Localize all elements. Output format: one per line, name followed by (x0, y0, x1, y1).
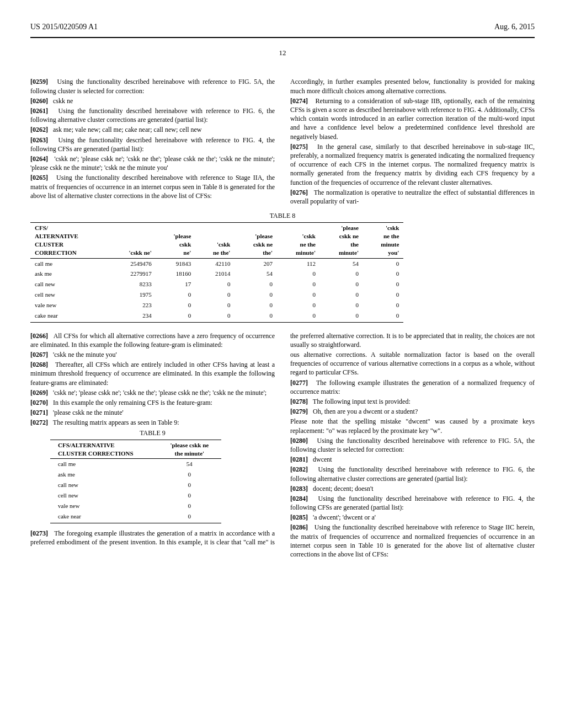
note-proximate-keys: Please note that the spelling mistake "d… (290, 417, 535, 435)
paragraph-0276: [0276] The normalization is operative to… (290, 188, 535, 206)
ref-0269: [0269] (30, 389, 48, 397)
paragraph-0260: [0260] cskk ne (30, 97, 275, 105)
text-0264: 'cskk ne'; 'please cskk ne'; 'cskk ne th… (30, 155, 275, 172)
page-number: 12 (30, 48, 535, 58)
table-row: call new0 (50, 480, 221, 490)
paragraph-0259: [0259] Using the functionality described… (30, 77, 275, 95)
text-0276: The normalization is operative to neutra… (290, 189, 535, 205)
paragraph-0269: [0269] 'cskk ne'; 'please cskk ne'; 'csk… (30, 388, 275, 397)
ref-0282: [0282] (290, 465, 308, 473)
text-0271: 'please cskk ne the minute' (53, 409, 124, 416)
t8-h5: 'cskk ne the minute' (277, 223, 320, 258)
paragraph-0275: [0275] In the general case, similarly to… (290, 142, 535, 187)
table-8-title: TABLE 8 (30, 211, 535, 220)
table-9-title: TABLE 9 (30, 429, 275, 437)
text-0285: 'a dwcent'; 'dwcent or a' (313, 513, 376, 521)
table-row: ask me2279917181602101454000 (30, 269, 403, 279)
two-column-body: [0259] Using the functionality described… (30, 77, 535, 559)
paragraph-0285: [0285] 'a dwcent'; 'dwcent or a' (290, 513, 535, 522)
table-row: vale new0 (50, 501, 221, 511)
text-0274: Returning to a consideration of sub-stag… (290, 97, 535, 141)
ref-0277: [0277] (290, 379, 308, 387)
text-0267: 'cskk ne the minute you' (53, 351, 117, 358)
t8-h0: CFS/ ALTERNATIVE CLUSTER CORRECTION (30, 223, 109, 258)
ref-0268: [0268] (30, 361, 48, 368)
paragraph-0267: [0267] 'cskk ne the minute you' (30, 350, 275, 359)
paragraph-0282: [0282] Using the functionality described… (290, 465, 535, 483)
ref-0276: [0276] (290, 189, 308, 196)
ref-0283: [0283] (290, 485, 308, 493)
text-0272: The resulting matrix appears as seen in … (53, 419, 179, 426)
table-row: call me25494769184342110207112540 (30, 258, 403, 269)
ref-0286: [0286] (290, 523, 308, 531)
paragraph-0284: [0284] Using the functionality described… (290, 494, 535, 512)
paragraph-0278: [0278] The following input text is provi… (290, 397, 535, 406)
table-8-grid: CFS/ ALTERNATIVE CLUSTER CORRECTION 'csk… (30, 222, 403, 322)
publication-number: US 2015/0220509 A1 (30, 22, 98, 33)
text-0277: The following example illustrates the ge… (290, 379, 535, 395)
table-row: ask me0 (50, 469, 221, 480)
ref-0262: [0262] (30, 126, 48, 133)
paragraph-0279: [0279] Oh, then are you a dwcent or a st… (290, 407, 535, 416)
t8-h2: 'please cskk ne' (156, 223, 196, 258)
table-9: TABLE 9 CFS/ALTERNATIVE CLUSTER CORRECTI… (30, 429, 275, 523)
t8-h1: 'cskk ne' (109, 223, 156, 258)
text-0278: The following input text is provided: (313, 398, 411, 405)
ref-0281: [0281] (290, 456, 308, 463)
t8-h6: 'please cskk ne the minute' (320, 223, 363, 258)
t9-h1: 'please cskk ne the minute' (158, 440, 221, 459)
paragraph-0262: [0262] ask me; vale new; call me; cake n… (30, 125, 275, 134)
text-0268: Thereafter, all CFSs which are entirely … (30, 361, 275, 386)
text-0263: Using the functionality described herein… (30, 136, 275, 153)
paragraph-0277: [0277] The following example illustrates… (290, 378, 535, 396)
text-0275: In the general case, similarly to that d… (290, 143, 535, 186)
table-row: vale new223000000 (30, 300, 403, 311)
paragraph-0283: [0283] docent; decent; doesn't (290, 484, 535, 493)
ref-0284: [0284] (290, 495, 308, 502)
table-row: call me54 (50, 459, 221, 469)
text-0280: Using the functionality described herein… (290, 437, 535, 453)
ref-0261: [0261] (30, 107, 48, 115)
paragraph-0261: [0261] Using the functionality described… (30, 106, 275, 124)
paragraph-0270: [0270] In this example the only remainin… (30, 398, 275, 407)
ref-0264: [0264] (30, 155, 48, 163)
paragraph-0264: [0264] 'cskk ne'; 'please cskk ne'; 'csk… (30, 154, 275, 172)
paragraph-0265: [0265] Using the functionality described… (30, 173, 275, 200)
ref-0274: [0274] (290, 97, 308, 105)
paragraph-0268: [0268] Thereafter, all CFSs which are en… (30, 360, 275, 387)
t8-h4: 'please cskk ne the' (234, 223, 277, 258)
text-0269: 'cskk ne'; 'please cskk ne'; 'cskk ne th… (53, 389, 266, 397)
text-0262: ask me; vale new; call me; cake near; ca… (53, 126, 202, 133)
text-0279: Oh, then are you a dwcent or a student? (313, 408, 418, 415)
paragraph-0271: [0271] 'please cskk ne the minute' (30, 408, 275, 417)
ref-0279: [0279] (290, 408, 308, 415)
text-0284: Using the functionality described herein… (290, 495, 535, 511)
paragraph-0263: [0263] Using the functionality described… (30, 136, 275, 153)
ref-0265: [0265] (30, 174, 48, 181)
table-9-grid: CFS/ALTERNATIVE CLUSTER CORRECTIONS 'ple… (50, 440, 221, 523)
ref-0266: [0266] (30, 332, 48, 340)
ref-0270: [0270] (30, 399, 48, 406)
text-0286: Using the functionality described herein… (290, 523, 535, 558)
ref-0278: [0278] (290, 398, 308, 405)
text-0265: Using the functionality described herein… (30, 174, 275, 199)
publication-date: Aug. 6, 2015 (494, 22, 535, 33)
table-8-body: call me25494769184342110207112540 ask me… (30, 258, 403, 322)
paragraph-0274: [0274] Returning to a consideration of s… (290, 97, 535, 141)
header-rule (30, 37, 535, 38)
paragraph-0272: [0272] The resulting matrix appears as s… (30, 418, 275, 427)
paragraph-0286: [0286] Using the functionality described… (290, 523, 535, 559)
paragraph-0280: [0280] Using the functionality described… (290, 436, 535, 454)
ref-0267: [0267] (30, 351, 48, 358)
ref-0280: [0280] (290, 437, 308, 445)
ref-0259: [0259] (30, 78, 48, 85)
table-row: cake near0 (50, 511, 221, 523)
table-row: cell new1975000000 (30, 290, 403, 300)
text-0260: cskk ne (53, 97, 73, 105)
ref-0285: [0285] (290, 513, 308, 521)
continuation-accordingly: Accordingly, in further examples present… (290, 77, 535, 95)
text-0259: Using the functionality described herein… (30, 78, 275, 94)
table-row: cell new0 (50, 490, 221, 501)
ref-0272: [0272] (30, 419, 48, 426)
t8-h3: 'cskk ne the' (195, 223, 234, 258)
